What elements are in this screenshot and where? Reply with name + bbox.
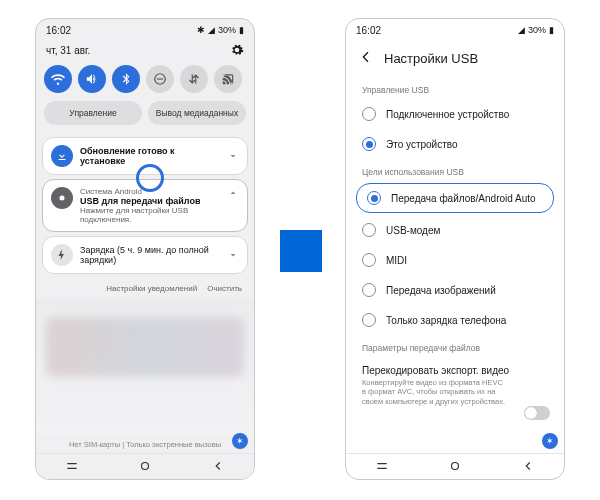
qs-volume[interactable] xyxy=(78,65,106,93)
signal-icon: ◢ xyxy=(518,25,525,35)
radio-icon xyxy=(362,313,376,327)
bolt-icon xyxy=(51,244,73,266)
radio-usb-tether[interactable]: USB-модем xyxy=(346,215,564,245)
quick-settings-row xyxy=(36,63,254,101)
svg-rect-1 xyxy=(157,78,163,79)
notif-usb[interactable]: Система Android USB для передачи файлов … xyxy=(42,179,248,232)
pill-manage[interactable]: Управление xyxy=(44,101,142,125)
svg-point-4 xyxy=(451,462,458,469)
radio-midi[interactable]: MIDI xyxy=(346,245,564,275)
nav-back[interactable] xyxy=(211,459,225,475)
back-icon[interactable] xyxy=(358,49,374,67)
download-icon xyxy=(51,145,73,167)
notif-update-title: Обновление готово к установке xyxy=(80,146,220,166)
nav-back[interactable] xyxy=(521,459,535,475)
app-bar: Настройки USB xyxy=(346,41,564,77)
android-navbar xyxy=(36,453,254,479)
notif-charging[interactable]: Зарядка (5 ч. 9 мин. до полной зарядки) xyxy=(42,236,248,274)
chevron-down-icon xyxy=(227,249,239,261)
row-transcode-video[interactable]: Перекодировать экспорт. видео Конвертиру… xyxy=(346,357,564,410)
page-title: Настройки USB xyxy=(384,51,478,66)
status-right: ✱ ◢ 30% ▮ xyxy=(197,25,244,35)
radio-icon xyxy=(362,223,376,237)
status-right: ◢ 30% ▮ xyxy=(518,25,554,35)
battery-level: 30% xyxy=(528,25,546,35)
section-file-params: Параметры передачи файлов xyxy=(346,335,564,357)
svg-point-2 xyxy=(60,196,65,201)
radio-icon-selected xyxy=(362,137,376,151)
shade-pill-row: Управление Вывод медиаданных xyxy=(36,101,254,133)
phone-left-shade: 16:02 ✱ ◢ 30% ▮ чт, 31 авг. Управление В… xyxy=(35,18,255,480)
switch-title: Перекодировать экспорт. видео xyxy=(362,365,548,376)
status-time: 16:02 xyxy=(356,25,381,36)
accessibility-button[interactable]: ✶ xyxy=(232,433,248,449)
radio-ptp[interactable]: Передача изображений xyxy=(346,275,564,305)
radio-charge-only[interactable]: Только зарядка телефона xyxy=(346,305,564,335)
shade-header: чт, 31 авг. xyxy=(36,41,254,63)
gear-icon[interactable] xyxy=(230,43,244,57)
status-bar: 16:02 ◢ 30% ▮ xyxy=(346,19,564,41)
notif-settings-link[interactable]: Настройки уведомлений xyxy=(106,284,197,293)
nav-home[interactable] xyxy=(138,459,152,475)
qs-wifi[interactable] xyxy=(44,65,72,93)
qs-cast[interactable] xyxy=(214,65,242,93)
android-icon xyxy=(51,187,73,209)
notification-list: Обновление готово к установке Система An… xyxy=(36,133,254,278)
pill-media[interactable]: Вывод медиаданных xyxy=(148,101,246,125)
section-usb-purpose: Цели использования USB xyxy=(346,159,564,181)
notif-usb-title: USB для передачи файлов xyxy=(80,196,220,206)
section-usb-control: Управление USB xyxy=(346,77,564,99)
switch-toggle-off[interactable] xyxy=(524,406,550,420)
battery-level: 30% xyxy=(218,25,236,35)
notif-usb-source: Система Android xyxy=(80,187,220,196)
switch-desc: Конвертируйте видео из формата HEVC в фо… xyxy=(362,378,548,406)
notif-usb-sub: Нажмите для настройки USB подключения. xyxy=(80,206,220,224)
chevron-up-icon xyxy=(227,187,239,199)
blurred-background xyxy=(36,299,254,436)
qs-bluetooth[interactable] xyxy=(112,65,140,93)
transition-arrow-marker xyxy=(280,230,322,272)
nav-recents[interactable] xyxy=(375,459,389,475)
radio-connected-device[interactable]: Подключенное устройство xyxy=(346,99,564,129)
radio-icon xyxy=(362,107,376,121)
phone-right-usb-settings: 16:02 ◢ 30% ▮ Настройки USB Управление U… xyxy=(345,18,565,480)
nav-recents[interactable] xyxy=(65,459,79,475)
radio-icon xyxy=(362,283,376,297)
radio-file-transfer[interactable]: Передача файлов/Android Auto xyxy=(356,183,554,213)
qs-dnd[interactable] xyxy=(146,65,174,93)
battery-icon: ▮ xyxy=(549,25,554,35)
clear-all-link[interactable]: Очистить xyxy=(207,284,242,293)
bluetooth-icon: ✱ xyxy=(197,25,205,35)
nav-home[interactable] xyxy=(448,459,462,475)
battery-icon: ▮ xyxy=(239,25,244,35)
radio-this-device[interactable]: Это устройство xyxy=(346,129,564,159)
status-time: 16:02 xyxy=(46,25,71,36)
shade-footer: Настройки уведомлений Очистить xyxy=(36,278,254,299)
shade-date: чт, 31 авг. xyxy=(46,45,90,56)
notif-update[interactable]: Обновление готово к установке xyxy=(42,137,248,175)
radio-icon xyxy=(362,253,376,267)
signal-icon: ◢ xyxy=(208,25,215,35)
status-bar: 16:02 ✱ ◢ 30% ▮ xyxy=(36,19,254,41)
no-sim-note: Нет SIM-карты | Только экстренные вызовы xyxy=(36,436,254,453)
svg-point-3 xyxy=(141,462,148,469)
qs-data[interactable] xyxy=(180,65,208,93)
accessibility-button[interactable]: ✶ xyxy=(542,433,558,449)
android-navbar xyxy=(346,453,564,479)
chevron-down-icon xyxy=(227,150,239,162)
notif-charge-title: Зарядка (5 ч. 9 мин. до полной зарядки) xyxy=(80,245,220,265)
radio-icon-selected xyxy=(367,191,381,205)
